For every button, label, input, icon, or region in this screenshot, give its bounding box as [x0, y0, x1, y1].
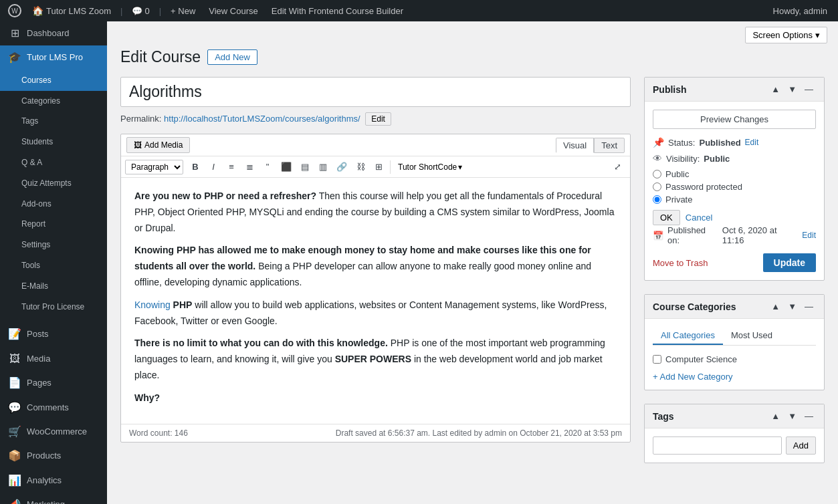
- publish-toggle[interactable]: —: [802, 83, 816, 96]
- publish-panel-actions: ▲ ▼ —: [768, 83, 816, 96]
- visibility-public-radio[interactable]: [653, 170, 661, 178]
- status-edit-link[interactable]: Edit: [745, 138, 759, 147]
- sidebar-item-courses[interactable]: Courses: [0, 70, 107, 91]
- tutor-icon: 🎓: [8, 50, 21, 65]
- tutor-shortcode-button[interactable]: Tutor ShortCode ▾: [393, 160, 467, 174]
- sidebar-item-report[interactable]: Report: [0, 214, 107, 235]
- tags-input[interactable]: [653, 436, 782, 455]
- sidebar-item-media[interactable]: 🖼 Media: [0, 347, 107, 371]
- sidebar-item-posts[interactable]: 📝 Posts: [0, 322, 107, 346]
- add-media-button[interactable]: 🖼 Add Media: [126, 137, 190, 153]
- sidebar-item-quiz-attempts[interactable]: Quiz Attempts: [0, 173, 107, 194]
- tags-collapse-down[interactable]: ▼: [785, 410, 799, 422]
- sidebar-item-dashboard[interactable]: ⊞ Dashboard: [0, 21, 107, 45]
- link-button[interactable]: 🔗: [332, 159, 351, 174]
- permalink-url[interactable]: http://localhost/TutorLMSZoom/courses/al…: [164, 114, 360, 124]
- ok-button[interactable]: OK: [653, 210, 680, 225]
- editor-content-area[interactable]: Are you new to PHP or need a refresher? …: [121, 178, 630, 424]
- add-tag-button[interactable]: Add: [786, 436, 816, 455]
- course-title-input[interactable]: [120, 77, 631, 107]
- sidebar-item-woocommerce[interactable]: 🛒 WooCommerce: [0, 420, 107, 444]
- editor-footer: Word count: 146 Draft saved at 6:56:37 a…: [121, 424, 630, 442]
- editor-para-2: Knowing PHP has allowed me to make enoug…: [134, 243, 617, 290]
- site-name[interactable]: 🏠 Tutor LMS Zoom: [27, 5, 116, 16]
- screen-options-button[interactable]: Screen Options ▾: [745, 27, 827, 43]
- ordered-list-button[interactable]: ≣: [241, 159, 258, 174]
- italic-button[interactable]: I: [205, 159, 222, 174]
- align-center-button[interactable]: ▤: [296, 159, 314, 174]
- sidebar-label-addons: Add-ons: [21, 199, 51, 210]
- house-icon: 🏠: [32, 5, 43, 16]
- add-new-button[interactable]: Add New: [207, 49, 257, 65]
- update-button[interactable]: Update: [763, 253, 816, 272]
- text-tab[interactable]: Text: [594, 138, 625, 153]
- bold-button[interactable]: B: [187, 159, 204, 174]
- categories-panel-header: Course Categories ▲ ▼ —: [645, 295, 824, 319]
- sidebar-item-pages[interactable]: 📄 Pages: [0, 371, 107, 395]
- preview-changes-button[interactable]: Preview Changes: [653, 110, 816, 129]
- sidebar-item-products[interactable]: 📦 Products: [0, 444, 107, 468]
- sidebar-item-students[interactable]: Students: [0, 132, 107, 152]
- shortcode-label: Tutor ShortCode: [398, 162, 457, 172]
- blockquote-button[interactable]: ": [259, 159, 276, 174]
- comments-link[interactable]: 💬 0: [126, 0, 154, 21]
- calendar-icon: 📅: [653, 231, 663, 241]
- cancel-link[interactable]: Cancel: [686, 213, 712, 223]
- publish-collapse-up[interactable]: ▲: [768, 83, 782, 96]
- add-new-category-link[interactable]: + Add New Category: [653, 372, 816, 382]
- fullscreen-button[interactable]: ⤢: [609, 159, 626, 174]
- comment-icon: 💬: [132, 6, 142, 16]
- publish-panel-header: Publish ▲ ▼ —: [645, 78, 824, 102]
- pages-icon: 📄: [8, 376, 21, 390]
- new-link[interactable]: + New: [165, 0, 201, 21]
- categories-collapse-down[interactable]: ▼: [785, 300, 799, 313]
- unordered-list-button[interactable]: ≡: [223, 159, 240, 174]
- status-label: Status:: [668, 138, 695, 148]
- sidebar-item-settings[interactable]: Settings: [0, 235, 107, 255]
- sidebar-item-comments[interactable]: 💬 Comments: [0, 396, 107, 420]
- unlink-button[interactable]: ⛓: [352, 159, 369, 174]
- publish-actions-row: Move to Trash Update: [653, 253, 816, 272]
- published-on-edit-link[interactable]: Edit: [802, 231, 816, 240]
- sidebar-item-emails[interactable]: E-Mails: [0, 276, 107, 297]
- align-left-button[interactable]: ⬛: [277, 159, 296, 174]
- sidebar-label-dashboard: Dashboard: [27, 27, 70, 39]
- tags-collapse-up[interactable]: ▲: [768, 410, 782, 422]
- admin-bar: W 🏠 Tutor LMS Zoom | 💬 0 | + New View Co…: [0, 0, 838, 21]
- categories-collapse-up[interactable]: ▲: [768, 300, 782, 313]
- publish-collapse-down[interactable]: ▼: [785, 83, 799, 96]
- products-icon: 📦: [8, 449, 21, 463]
- svg-text:W: W: [11, 7, 18, 15]
- tags-toggle[interactable]: —: [802, 410, 816, 422]
- sidebar-item-tutor-pro-license[interactable]: Tutor Pro License: [0, 297, 107, 318]
- sidebar-item-tags[interactable]: Tags: [0, 111, 107, 132]
- categories-toggle[interactable]: —: [802, 300, 816, 313]
- publish-panel: Publish ▲ ▼ — Preview Changes 📌 Status: …: [644, 77, 825, 281]
- paragraph-select[interactable]: Paragraph Heading 1 Heading 2 Heading 3: [125, 160, 183, 174]
- most-used-tab[interactable]: Most Used: [723, 327, 780, 345]
- view-course-link[interactable]: View Course: [203, 0, 263, 21]
- table-button[interactable]: ⊞: [370, 159, 387, 174]
- main-column: Permalink: http://localhost/TutorLMSZoom…: [120, 77, 631, 477]
- wp-logo-icon[interactable]: W: [5, 1, 24, 20]
- visibility-password-radio[interactable]: [653, 182, 661, 191]
- sidebar-item-marketing[interactable]: 📣 Marketing: [0, 493, 107, 504]
- sidebar-item-qa[interactable]: Q & A: [0, 152, 107, 173]
- edit-slug-button[interactable]: Edit: [365, 112, 391, 126]
- category-checkbox-computer-science[interactable]: [653, 355, 661, 364]
- visual-tab[interactable]: Visual: [556, 138, 594, 153]
- add-media-label: Add Media: [144, 140, 183, 150]
- sidebar-item-tools[interactable]: Tools: [0, 255, 107, 276]
- frontend-builder-link[interactable]: Edit With Frontend Course Builder: [266, 0, 409, 21]
- categories-panel-title: Course Categories: [653, 301, 736, 312]
- sidebar-item-categories[interactable]: Categories: [0, 91, 107, 112]
- sidebar-item-analytics[interactable]: 📊 Analytics: [0, 469, 107, 493]
- editor-box: 🖼 Add Media Visual Text Paragraph Headin…: [120, 134, 631, 443]
- category-item-computer-science: Computer Science: [653, 352, 816, 366]
- align-right-button[interactable]: ▥: [314, 159, 332, 174]
- sidebar-item-addons[interactable]: Add-ons: [0, 194, 107, 215]
- sidebar-item-tutor-lms-pro[interactable]: 🎓 Tutor LMS Pro: [0, 45, 107, 70]
- all-categories-tab[interactable]: All Categories: [653, 327, 723, 345]
- visibility-private-radio[interactable]: [653, 195, 661, 204]
- move-to-trash-link[interactable]: Move to Trash: [653, 258, 708, 268]
